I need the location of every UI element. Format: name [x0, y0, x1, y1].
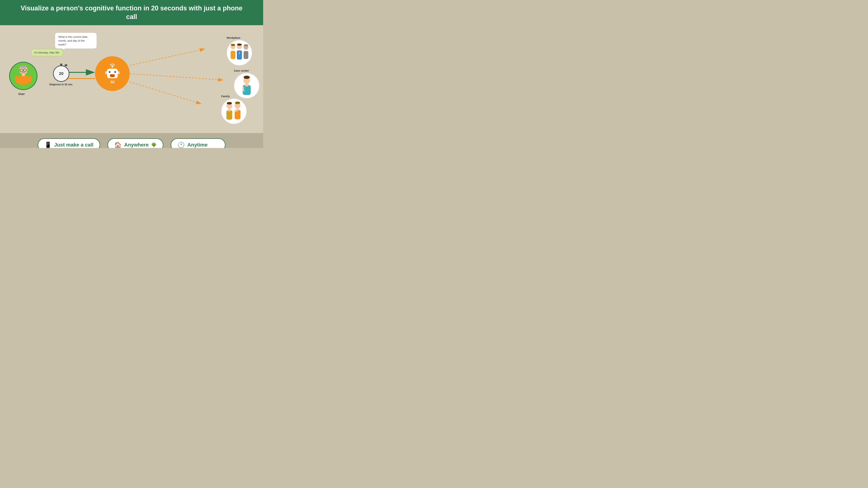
svg-rect-16	[22, 74, 25, 76]
svg-rect-36	[244, 51, 248, 59]
svg-rect-42	[245, 84, 249, 87]
header-title: Visualize a person's cognitive function …	[14, 4, 249, 21]
footer: 📱 Just make a call 🏠 Anywhere 🌳 🕐 Anytim…	[0, 133, 263, 148]
footer-anywhere-label: Anywhere	[124, 142, 149, 148]
svg-point-52	[235, 110, 237, 112]
footer-pill-call: 📱 Just make a call	[38, 138, 100, 148]
user-illustration	[14, 65, 33, 87]
svg-rect-22	[118, 71, 120, 74]
family-illustration	[223, 101, 245, 122]
main-content: What is the current date, month, and day…	[0, 25, 263, 133]
svg-point-38	[237, 43, 242, 46]
svg-text:📞: 📞	[111, 74, 114, 77]
stopwatch-button-side	[65, 64, 67, 66]
footer-anytime-label: Anytime	[187, 142, 208, 148]
stopwatch: 20	[53, 65, 69, 82]
svg-line-5	[130, 49, 205, 65]
family-circle	[221, 98, 247, 124]
svg-point-37	[231, 44, 235, 46]
svg-rect-46	[228, 109, 231, 111]
footer-pill-anytime: 🕐 Anytime	[171, 138, 225, 148]
ai-robot-illustration: 📞 AI	[102, 62, 122, 86]
svg-point-14	[20, 65, 27, 68]
question-bubble: What is the current date, month, and day…	[55, 33, 97, 49]
answer-bubble: It's Monday, May 5th.	[31, 49, 63, 56]
carecenter-label: Care center	[234, 69, 249, 72]
footer-call-label: Just make a call	[54, 142, 94, 148]
house-icon: 🏠	[114, 141, 122, 148]
family-label: Family	[221, 95, 230, 98]
svg-point-24	[109, 71, 111, 73]
stopwatch-crown	[60, 64, 62, 66]
phone-icon: 📱	[44, 141, 52, 148]
workplace-illustration	[228, 43, 250, 63]
svg-rect-31	[230, 51, 236, 59]
footer-pill-anywhere: 🏠 Anywhere 🌳	[107, 138, 163, 148]
diagnose-label: Diagnose in 20 sec.	[49, 83, 73, 86]
svg-rect-15	[18, 75, 29, 85]
svg-point-26	[114, 71, 116, 73]
svg-point-43	[244, 76, 250, 79]
svg-point-19	[112, 66, 113, 68]
workplace-label: Workplace	[226, 36, 241, 39]
workplace-area: Workplace	[226, 36, 252, 66]
stopwatch-number: 20	[59, 71, 63, 76]
family-area: Family	[221, 95, 247, 124]
svg-line-7	[130, 82, 201, 104]
svg-line-6	[130, 74, 223, 80]
user-label: User	[18, 93, 25, 96]
ai-circle: 📞 AI	[95, 56, 130, 91]
svg-point-51	[235, 102, 240, 104]
header: Visualize a person's cognitive function …	[0, 0, 263, 25]
tree-icon: 🌳	[151, 142, 157, 148]
workplace-circle	[226, 40, 252, 66]
svg-point-47	[227, 102, 232, 104]
carecenter-area: Care center	[234, 69, 259, 98]
user-avatar	[9, 62, 37, 90]
svg-rect-21	[105, 71, 107, 74]
svg-point-39	[244, 44, 248, 46]
stopwatch-area: 20 Diagnose in 20 sec.	[49, 65, 73, 86]
clock-icon: 🕐	[178, 141, 185, 148]
svg-text:AI: AI	[111, 80, 114, 84]
carecenter-illustration	[236, 75, 258, 97]
svg-rect-45	[226, 110, 232, 120]
